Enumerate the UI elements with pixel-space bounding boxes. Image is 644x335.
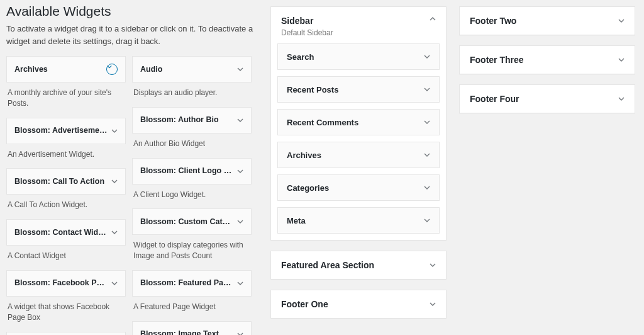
widget-chip-label: Blossom: Featured Page W... (140, 278, 237, 288)
chevron-down-icon (424, 152, 430, 158)
widget-area-header[interactable]: Sidebar (271, 7, 446, 28)
widget-chip-description: A monthly archive of your site's Posts. (8, 88, 125, 109)
placed-widget[interactable]: Categories (277, 174, 440, 201)
available-widget-chip[interactable]: Blossom: Contact Widget (6, 219, 126, 246)
chevron-down-icon (430, 262, 436, 268)
widget-area: Footer One (270, 290, 447, 319)
widget-area-body[interactable]: SearchRecent PostsRecent CommentsArchive… (271, 43, 446, 240)
widget-chip-label: Archives (14, 65, 106, 74)
placed-widget-label: Categories (287, 183, 329, 193)
widget-area: Footer Two (459, 6, 635, 35)
widget-chip-label: Blossom: Client Logo Wid... (140, 166, 237, 176)
widget-chip-label: Blossom: Advertisement ... (14, 126, 111, 135)
placed-widget[interactable]: Recent Posts (277, 76, 440, 103)
widget-area-title: Footer One (281, 299, 328, 309)
widget-area-header[interactable]: Featured Area Section (271, 251, 446, 279)
widget-area-subtitle: Default Sidebar (271, 28, 446, 43)
available-widget-chip[interactable]: Blossom: Custom Categori... (132, 208, 252, 235)
chevron-down-icon (237, 66, 243, 72)
chevron-down-icon (430, 301, 436, 307)
widget-chip-description: A Contact Widget (8, 251, 125, 261)
widget-area-header[interactable]: Footer Four (460, 85, 635, 113)
placed-widget[interactable]: Meta (277, 207, 440, 234)
placed-widget[interactable]: Search (277, 43, 440, 70)
widget-area: SidebarDefault SidebarSearchRecent Posts… (270, 6, 447, 241)
chevron-down-icon (618, 57, 625, 63)
available-widgets-title: Available Widgets (6, 4, 258, 19)
widget-area-header[interactable]: Footer Three (460, 46, 635, 74)
chevron-down-icon (424, 217, 430, 224)
widget-area: Footer Four (459, 84, 635, 113)
available-widget-chip[interactable]: Blossom: Author Bio (132, 107, 252, 133)
placed-widget-label: Recent Comments (287, 118, 358, 127)
chevron-down-icon (111, 178, 118, 185)
chevron-down-icon (424, 185, 430, 191)
widget-chip-label: Blossom: Author Bio (140, 115, 237, 125)
placed-widget-label: Meta (287, 216, 306, 225)
widget-chip-label: Blossom: Custom Categori... (140, 217, 237, 227)
widget-area: Footer Three (459, 45, 635, 74)
widgets-screen: Available Widgets To activate a widget d… (0, 0, 644, 335)
chevron-down-icon (618, 18, 625, 24)
chevron-down-icon (111, 128, 118, 134)
widget-area-title: Footer Two (470, 16, 516, 26)
placed-widget-label: Recent Posts (287, 85, 338, 94)
widget-area-header[interactable]: Footer Two (460, 7, 635, 35)
widget-chip-description: A Featured Page Widget (133, 302, 250, 312)
chevron-down-icon (237, 117, 243, 123)
available-widget-chip[interactable]: Blossom: Icon Text (6, 332, 126, 335)
chevron-down-icon (237, 219, 243, 225)
widget-chip-label: Blossom: Contact Widget (14, 228, 111, 237)
widget-chip-description: An Author Bio Widget (133, 139, 250, 149)
chevron-down-icon (424, 54, 430, 60)
widget-chip-description: A widget that shows Facebook Page Box (8, 302, 125, 323)
chevron-down-icon (237, 168, 243, 174)
widget-chip-label: Audio (140, 65, 237, 74)
chevron-down-icon (424, 119, 430, 125)
widget-chip-label: Blossom: Facebook Page (14, 278, 111, 288)
chevron-down-icon (424, 86, 430, 93)
widget-area-title: Sidebar (281, 16, 313, 26)
placed-widget[interactable]: Recent Comments (277, 109, 440, 135)
chevron-down-icon (618, 96, 625, 102)
placed-widget-label: Search (287, 52, 314, 62)
widget-area: Featured Area Section (270, 251, 447, 280)
chevron-up-icon (430, 16, 436, 22)
widget-chip-description: Displays an audio player. (133, 88, 250, 98)
available-widget-chip[interactable]: Blossom: Image Text (132, 321, 252, 335)
placed-widget[interactable]: Archives (277, 142, 440, 168)
chevron-down-icon (237, 331, 243, 335)
available-widget-chip[interactable]: Blossom: Client Logo Wid... (132, 158, 252, 185)
available-widgets-panel: Available Widgets To activate a widget d… (6, 0, 258, 335)
add-widget-chevron-icon (106, 64, 118, 75)
available-widget-chip[interactable]: Archives (6, 56, 126, 82)
widget-chip-description: Widget to display categories with Image … (133, 240, 250, 261)
available-widgets-grid: ArchivesA monthly archive of your site's… (6, 56, 258, 335)
widget-area-title: Footer Three (470, 55, 524, 65)
chevron-down-icon (111, 280, 118, 287)
available-widget-chip[interactable]: Blossom: Facebook Page (6, 270, 126, 297)
available-widgets-description: To activate a widget drag it to a sideba… (6, 23, 258, 47)
widget-area-title: Featured Area Section (281, 260, 374, 270)
placed-widget-label: Archives (287, 150, 321, 160)
widget-areas-columns: SidebarDefault SidebarSearchRecent Posts… (270, 0, 635, 319)
widget-area-header[interactable]: Footer One (271, 290, 446, 318)
available-widget-chip[interactable]: Blossom: Advertisement ... (6, 118, 126, 144)
widget-chip-description: A Call To Action Widget. (8, 200, 125, 210)
widget-chip-description: An Advertisement Widget. (8, 149, 125, 160)
available-widget-chip[interactable]: Blossom: Featured Page W... (132, 270, 252, 297)
available-widget-chip[interactable]: Blossom: Call To Action (6, 168, 126, 195)
chevron-down-icon (237, 280, 243, 287)
chevron-down-icon (111, 229, 118, 236)
widget-area-title: Footer Four (470, 94, 519, 104)
widget-chip-description: A Client Logo Widget. (133, 190, 250, 200)
widget-chip-label: Blossom: Call To Action (14, 177, 111, 186)
widget-chip-label: Blossom: Image Text (140, 329, 237, 335)
available-widget-chip[interactable]: Audio (132, 56, 252, 82)
